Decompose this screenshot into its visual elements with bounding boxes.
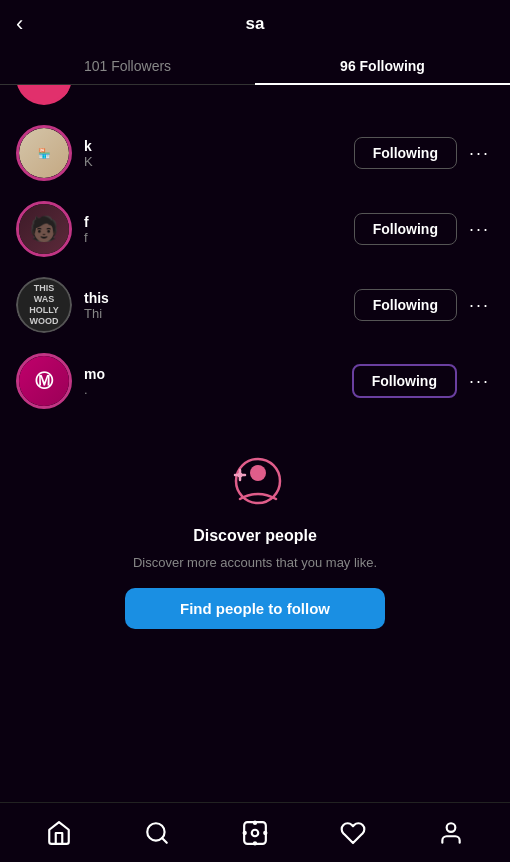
username: f: [84, 214, 342, 230]
more-options-button[interactable]: ···: [465, 215, 494, 244]
following-button[interactable]: Following: [352, 364, 457, 398]
nav-search[interactable]: [132, 808, 182, 858]
tab-following[interactable]: 96 Following: [255, 48, 510, 84]
svg-point-1: [250, 465, 266, 481]
following-button[interactable]: Following: [354, 213, 457, 245]
tab-followers[interactable]: 101 Followers: [0, 48, 255, 84]
svg-point-12: [264, 831, 266, 833]
user-handle: .: [84, 382, 340, 397]
nav-reels[interactable]: [230, 808, 280, 858]
tabs: 101 Followers 96 Following: [0, 48, 510, 85]
user-actions: Following ···: [352, 364, 494, 398]
list-item: Ⓜ mo . Following ···: [0, 343, 510, 419]
username: this: [84, 290, 342, 306]
back-button[interactable]: ‹: [16, 11, 23, 37]
more-options-button[interactable]: ···: [465, 367, 494, 396]
nav-home[interactable]: [34, 808, 84, 858]
list-item: THISWASHOLLYWOOD this Thi Following ···: [0, 267, 510, 343]
discover-section: Discover people Discover more accounts t…: [0, 419, 510, 649]
user-info: f f: [84, 214, 342, 245]
user-handle: Thi: [84, 306, 342, 321]
bottom-nav: [0, 802, 510, 862]
header: ‹ sa: [0, 0, 510, 48]
avatar: 🧑🏿: [16, 201, 72, 257]
more-options-button[interactable]: ···: [465, 291, 494, 320]
svg-point-9: [254, 821, 256, 823]
avatar: Ⓜ: [16, 353, 72, 409]
discover-icon: [220, 447, 290, 517]
user-actions: Following ···: [354, 137, 494, 169]
find-people-button[interactable]: Find people to follow: [125, 588, 385, 629]
username: mo: [84, 366, 340, 382]
following-button[interactable]: Following: [354, 137, 457, 169]
user-handle: f: [84, 230, 342, 245]
avatar: THISWASHOLLYWOOD: [16, 277, 72, 333]
user-actions: Following ···: [354, 289, 494, 321]
avatar: 🏪: [16, 125, 72, 181]
nav-profile[interactable]: [426, 808, 476, 858]
svg-point-8: [252, 829, 259, 836]
svg-rect-7: [244, 822, 266, 844]
user-info: k K: [84, 138, 342, 169]
svg-point-13: [447, 823, 456, 832]
avatar: [16, 85, 72, 105]
svg-line-6: [162, 838, 167, 843]
user-info: this Thi: [84, 290, 342, 321]
user-handle: K: [84, 154, 342, 169]
svg-point-11: [244, 831, 246, 833]
discover-title: Discover people: [193, 527, 317, 545]
user-info: mo .: [84, 366, 340, 397]
discover-subtitle: Discover more accounts that you may like…: [133, 555, 377, 570]
page-title: sa: [246, 14, 265, 34]
nav-likes[interactable]: [328, 808, 378, 858]
list-item: [0, 85, 510, 115]
username: k: [84, 138, 342, 154]
user-actions: Following ···: [354, 213, 494, 245]
svg-point-10: [254, 842, 256, 844]
following-button[interactable]: Following: [354, 289, 457, 321]
more-options-button[interactable]: ···: [465, 139, 494, 168]
user-list: 🏪 k K Following ··· 🧑🏿 f f: [0, 85, 510, 802]
list-item: 🧑🏿 f f Following ···: [0, 191, 510, 267]
list-item: 🏪 k K Following ···: [0, 115, 510, 191]
